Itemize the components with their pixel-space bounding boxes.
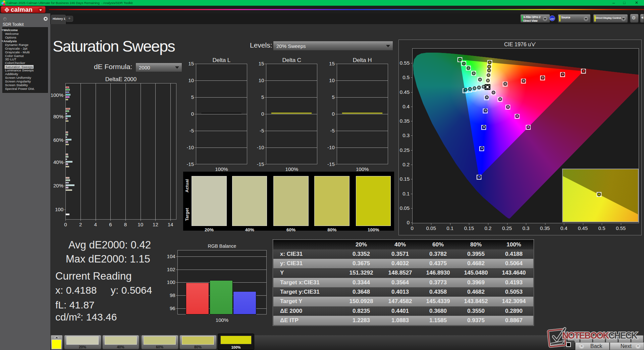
svg-text:NOTEBOOK: NOTEBOOK [562,330,609,341]
svg-text:CHECK: CHECK [608,330,638,341]
